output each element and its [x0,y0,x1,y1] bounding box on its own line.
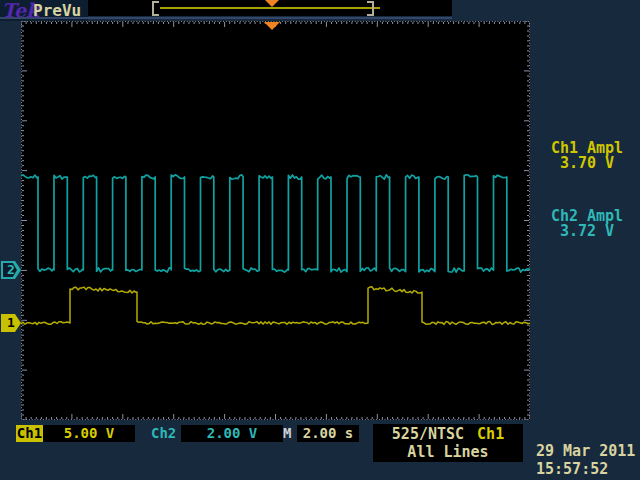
waveform-canvas [21,21,530,420]
ch2-scale-readout: 2.00 V [181,425,283,442]
record-length-line [160,7,380,9]
ch1-position-marker: 1 [1,314,21,332]
ch2-marker-label: 2 [5,261,17,279]
measurement-ch1-ampl: Ch1 Ampl 3.70 V [538,141,636,171]
graticule [21,21,530,420]
date-readout: 29 Mar 2011 [536,442,640,460]
trigger-readout-box: 525/NTSC Ch1 All Lines [373,424,523,462]
header-separator [0,17,452,19]
ch2-position-marker: 2 [1,261,21,279]
oscilloscope-screen: { "header": { "brand": "Tek", "mode": "P… [0,0,640,480]
window-right-bracket-icon [367,1,374,16]
measurement-ch2-ampl: Ch2 Ampl 3.72 V [538,209,636,239]
measurement-value: 3.70 V [538,156,636,171]
trigger-position-icon [265,0,279,7]
trigger-standard: 525/NTSC [392,425,464,443]
trigger-mode: All Lines [373,443,523,461]
window-left-bracket-icon [152,1,159,16]
measurement-value: 3.72 V [538,224,636,239]
ch1-scale-readout: 5.00 V [43,425,135,442]
ch1-badge: Ch1 [16,425,43,442]
trigger-source: Ch1 [477,425,504,443]
timebase-label: M [283,425,291,442]
acquisition-bar [88,0,452,16]
ch2-badge: Ch2 [151,425,176,442]
time-readout: 15:57:52 [536,460,640,478]
timebase-readout: 2.00 s [297,425,359,442]
ch1-marker-label: 1 [5,314,17,332]
